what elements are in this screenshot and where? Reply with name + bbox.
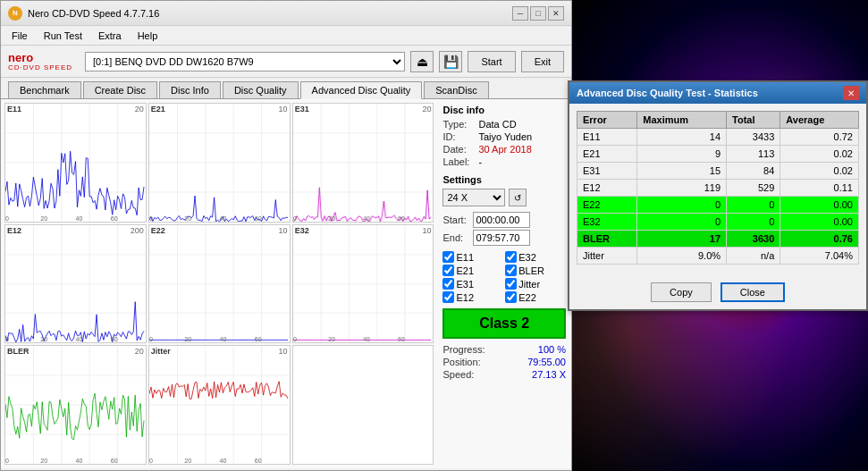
stats-title: Advanced Disc Quality Test - Statistics [577,88,758,98]
disc-type-value: Data CD [478,119,516,130]
minimize-button[interactable]: ─ [512,6,528,21]
nero-logo: nero CD·DVD SPEED [8,52,72,71]
menu-help[interactable]: Help [131,29,165,43]
stats-close-x-button[interactable]: ✕ [843,86,859,100]
menu-extra[interactable]: Extra [91,29,129,43]
chart-bler: BLER 20 [4,345,147,465]
chart-e21-max: 10 [279,105,288,114]
tab-disc-info[interactable]: Disc Info [159,81,221,98]
toolbar: nero CD·DVD SPEED [0:1] BENQ DVD DD DW16… [1,46,571,78]
save-icon[interactable]: 💾 [439,51,462,72]
stats-table: Error Maximum Total Average E111434330.7… [577,111,859,265]
disc-label-row: Label: - [442,156,566,167]
cb-jitter-label: Jitter [518,279,540,290]
settings-title: Settings [442,174,566,185]
cb-e31[interactable] [442,278,454,290]
tab-create-disc[interactable]: Create Disc [83,81,157,98]
chart-e21-label: E21 [151,105,165,114]
cb-e11[interactable] [442,251,454,263]
disc-id-value: Taiyo Yuden [478,131,532,142]
cb-e12[interactable] [442,291,454,303]
chart-e32: E32 10 [292,224,434,344]
menu-file[interactable]: File [4,29,35,43]
position-label: Position: [442,357,480,367]
maximize-button[interactable]: □ [530,6,546,21]
cb-e22[interactable] [505,291,517,303]
col-error: Error [577,112,637,129]
cb-jitter[interactable] [505,278,517,290]
cb-bler[interactable] [505,265,517,276]
cb-e31-row: E31 [442,278,503,290]
chart-e32-canvas [293,225,434,343]
start-time-input[interactable] [473,212,530,228]
chart-bler-canvas [5,346,146,464]
end-time-input[interactable] [473,230,530,246]
chart-e22-canvas [149,225,290,343]
disc-label-value: - [478,156,482,167]
stats-row: Jitter9.0%n/a7.04% [577,248,859,265]
speed-selector[interactable]: 24 X [442,189,505,206]
col-maximum: Maximum [637,112,727,129]
stats-title-bar: Advanced Disc Quality Test - Statistics … [569,82,866,104]
copy-button[interactable]: Copy [651,282,712,302]
stats-content: Error Maximum Total Average E111434330.7… [569,111,866,279]
cb-e12-label: E12 [456,292,474,303]
chart-e22-label: E22 [151,226,165,235]
chart-e32-label: E32 [295,226,309,235]
chart-bler-label: BLER [7,347,29,356]
chart-e31-max: 20 [422,105,431,114]
cb-e21-label: E21 [456,265,474,276]
eject-icon[interactable]: ⏏ [410,51,434,72]
col-average: Average [780,112,859,129]
tab-benchmark[interactable]: Benchmark [8,81,81,98]
chart-e21-canvas [149,104,290,222]
cb-e21[interactable] [442,265,454,276]
window-title: Nero CD-DVD Speed 4.7.7.16 [28,8,512,19]
title-controls: ─ □ ✕ [512,6,564,21]
speed-display-value: 27.13 X [532,369,566,380]
cb-e31-label: E31 [456,279,474,290]
disc-type-label: Type: [442,119,475,130]
speed-display-row: Speed: 27.13 X [442,369,566,380]
cb-e21-row: E21 [442,265,503,276]
tab-disc-quality[interactable]: Disc Quality [223,81,299,98]
close-button[interactable]: ✕ [548,6,564,21]
stats-row: E32000.00 [577,214,859,231]
title-bar: N Nero CD-DVD Speed 4.7.7.16 ─ □ ✕ [1,1,571,26]
cb-e32[interactable] [505,251,517,263]
tab-advanced-disc-quality[interactable]: Advanced Disc Quality [300,81,423,99]
cb-bler-row: BLER [505,265,566,276]
cb-e32-row: E32 [505,251,566,263]
disc-type-row: Type: Data CD [442,119,566,130]
disc-info-title: Disc info [442,105,566,115]
chart-e31: E31 20 [292,103,434,223]
cb-e11-row: E11 [442,251,503,263]
stats-close-button[interactable]: Close [721,282,785,302]
col-total: Total [727,112,780,129]
cb-e32-label: E32 [518,252,536,263]
chart-e31-canvas [293,104,434,222]
start-button[interactable]: Start [468,51,515,72]
app-icon: N [8,6,22,21]
stats-row: E111434330.72 [577,129,859,146]
stats-row: BLER1736300.76 [577,231,859,248]
chart-e22: E22 10 [148,224,291,344]
exit-button[interactable]: Exit [521,51,564,72]
chart-jitter: Jitter 10 [148,345,291,465]
speed-refresh-icon[interactable]: ↺ [509,189,527,206]
tab-scan-disc[interactable]: ScanDisc [424,81,488,98]
tabs-bar: Benchmark Create Disc Disc Info Disc Qua… [1,78,571,99]
chart-e12-label: E12 [7,226,21,235]
cb-e12-row: E12 [442,291,503,303]
drive-selector[interactable]: [0:1] BENQ DVD DD DW1620 B7W9 [85,52,405,71]
speed-row: 24 X ↺ [442,189,566,206]
chart-jitter-label: Jitter [151,347,171,356]
menu-run-test[interactable]: Run Test [37,29,89,43]
chart-empty [292,345,434,465]
info-panel: Disc info Type: Data CD ID: Taiyo Yuden … [437,99,571,468]
chart-e12: E12 200 [4,224,147,344]
progress-row: Progress: 100 % [442,344,566,355]
chart-e12-canvas [5,225,146,343]
stats-table-body: E111434330.72E2191130.02E3115840.02E1211… [577,129,859,265]
end-time-row: End: [442,230,566,246]
